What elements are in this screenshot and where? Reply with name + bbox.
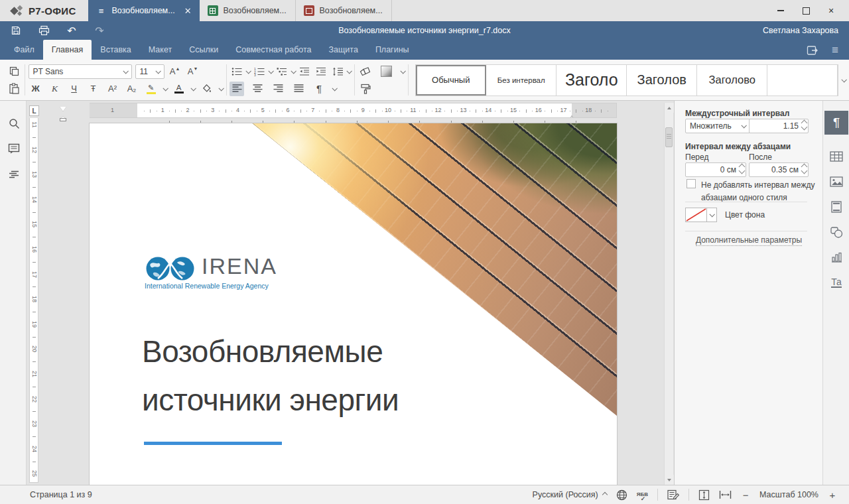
hide-toolbar-menu-icon[interactable]: ≡ [832,44,838,57]
table-settings-icon[interactable] [824,145,848,168]
nonprinting-characters-dropdown[interactable] [332,86,338,91]
increase-indent-button[interactable] [314,64,328,79]
save-button[interactable] [9,24,23,37]
search-icon[interactable] [7,117,21,130]
multilevel-list-button[interactable] [275,64,289,79]
ribbon-tab[interactable]: Вставка [92,40,139,60]
zoom-in-button[interactable]: + [828,489,837,501]
ribbon-tab[interactable]: Плагины [367,40,418,60]
line-spacing-dropdown[interactable] [347,68,352,74]
font-color-button[interactable]: А [172,82,186,96]
bullet-list-dropdown[interactable] [246,68,251,74]
document-page[interactable]: IRENA International Renewable Energy Age… [90,123,617,485]
ribbon-tab[interactable]: Защита [320,40,367,60]
font-size-select[interactable]: 11 [135,64,164,79]
ribbon-tab[interactable]: Главная [43,40,92,60]
underline-button[interactable]: Ч [67,82,82,96]
table-shading-button[interactable] [379,64,394,79]
align-left-button[interactable] [229,82,244,96]
style-preview-cell[interactable] [767,65,838,95]
decrease-indent-button[interactable] [297,64,312,79]
document-language-globe-icon[interactable] [616,489,627,501]
chart-settings-icon[interactable] [824,245,848,269]
font-name-select[interactable]: PT Sans [29,64,132,79]
spreadsheet-tab[interactable]: Возобновляем... [200,0,296,21]
shape-settings-icon[interactable] [824,220,848,244]
bullet-list-button[interactable] [229,64,244,79]
maximize-button[interactable] [795,2,817,19]
align-center-button[interactable] [250,82,265,96]
style-preview-cell[interactable]: Обычный [416,65,486,95]
ribbon-tab[interactable]: Ссылки [180,40,227,60]
undo-button[interactable]: ↶ [65,24,78,37]
background-color-swatch[interactable] [685,208,707,222]
close-tab-icon[interactable]: ✕ [184,6,192,16]
spacing-before-spinner[interactable] [740,164,744,173]
numbered-list-dropdown[interactable] [269,68,274,74]
close-button[interactable]: × [820,2,842,19]
scrollbar-thumb[interactable] [665,127,673,147]
same-style-spacing-checkbox[interactable] [686,179,696,188]
advanced-settings-link[interactable]: Дополнительные параметры [675,235,823,245]
style-preview-cell[interactable]: Без интервал [486,65,556,95]
styles-gallery-expand-button[interactable] [838,60,849,100]
style-preview-cell[interactable]: Заголово [697,65,767,95]
background-color-dropdown[interactable] [707,208,717,222]
document-scrollbar[interactable] [664,103,673,485]
nonprinting-characters-button[interactable]: ¶ [312,82,326,96]
document-main-title[interactable]: Возобновляемые источники энергии [142,328,399,424]
spell-check-icon[interactable]: ЯБВ✓ [637,492,648,497]
decrease-font-size-button[interactable]: A▼ [186,64,200,79]
copy-style-button[interactable] [358,82,373,96]
increase-font-size-button[interactable]: A▲ [168,64,182,79]
multilevel-list-dropdown[interactable] [291,68,296,74]
image-settings-icon[interactable] [824,170,848,194]
shading-dropdown[interactable] [218,86,224,91]
style-preview-cell[interactable]: Заголов [627,65,697,95]
document-canvas[interactable]: IRENA International Renewable Energy Age… [27,101,664,485]
line-spacing-spinner[interactable] [802,121,807,129]
subscript-button[interactable]: A₂ [125,82,139,96]
copy-button[interactable] [7,64,21,79]
scroll-down-arrow[interactable] [665,475,674,485]
ribbon-tab[interactable]: Совместная работа [227,40,320,60]
strikethrough-button[interactable]: Ŧ [86,82,101,96]
header-footer-settings-icon[interactable] [824,195,848,219]
paste-button[interactable] [7,82,21,96]
highlight-color-dropdown[interactable] [163,86,168,91]
print-button[interactable] [37,24,50,37]
align-right-button[interactable] [271,82,285,96]
ribbon-tab[interactable]: Макет [140,40,180,60]
redo-button[interactable]: ↷ [93,24,106,37]
paragraph-settings-icon[interactable]: ¶ [824,111,848,135]
font-color-dropdown[interactable] [190,86,196,91]
justify-button[interactable] [291,82,306,96]
minimize-button[interactable] [769,2,792,19]
comments-icon[interactable] [7,142,21,155]
fit-width-icon[interactable] [719,490,732,499]
scroll-up-arrow[interactable] [665,103,674,113]
bold-button[interactable]: Ж [29,82,43,96]
ribbon-tab[interactable]: Файл [5,40,43,60]
textart-settings-icon[interactable]: Та [824,271,848,294]
spacing-after-spinner[interactable] [802,164,807,173]
open-file-location-icon[interactable] [807,45,818,56]
spacing-before-input[interactable]: 0 см [685,162,746,177]
style-preview-cell[interactable]: Заголо [556,65,627,95]
navigation-headings-icon[interactable] [7,168,21,181]
document-tab-active[interactable]: ≡ Возобновляем... ✕ [88,0,200,21]
superscript-button[interactable]: A² [105,82,120,96]
numbered-list-button[interactable]: 123 [252,64,267,79]
clear-style-button[interactable] [358,64,373,79]
table-shading-dropdown[interactable] [400,68,405,74]
fit-page-icon[interactable] [698,489,710,501]
page-counter[interactable]: Страница 1 из 9 [0,490,92,499]
paragraph-shading-button[interactable] [200,82,214,96]
line-spacing-button[interactable] [330,64,345,79]
zoom-out-button[interactable]: − [741,489,750,501]
track-changes-icon[interactable] [667,489,679,500]
language-select[interactable]: Русский (Россия) [533,490,607,499]
italic-button[interactable]: К [48,82,62,96]
highlight-color-button[interactable]: ✎ [144,82,159,96]
line-spacing-type-select[interactable]: Множитель [685,119,750,133]
